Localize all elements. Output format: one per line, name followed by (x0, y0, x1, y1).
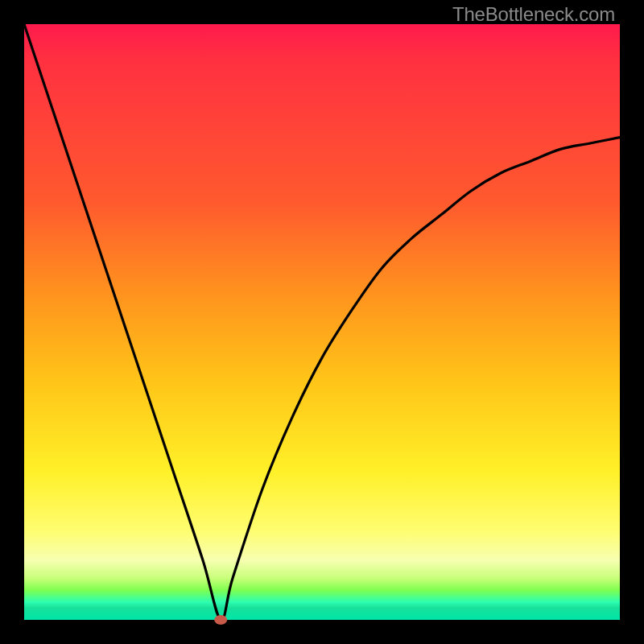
optimum-marker (214, 615, 227, 625)
watermark-text: TheBottleneck.com (452, 3, 615, 26)
bottleneck-curve (24, 24, 620, 620)
chart-svg (24, 24, 620, 620)
plot-area (24, 24, 620, 620)
